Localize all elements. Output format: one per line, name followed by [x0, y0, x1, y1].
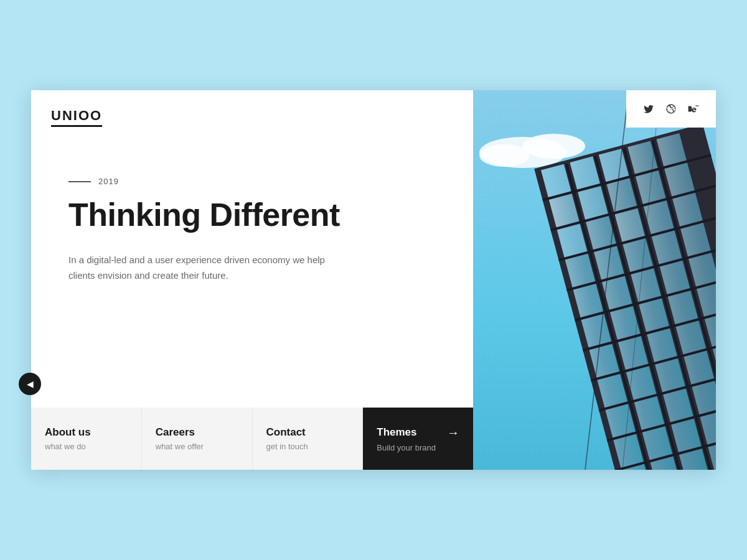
nav-item-about-sub: what we do — [45, 442, 128, 451]
nav-item-contact[interactable]: Contact get in touch — [253, 408, 364, 470]
back-button[interactable]: ◀ — [19, 373, 41, 395]
main-container: UNIOO 2019 Thinking Different In a digit… — [31, 90, 716, 470]
hero-title: Thinking Different — [68, 197, 448, 233]
right-panel — [473, 90, 716, 470]
hero-description: In a digital-led and a user experience d… — [68, 253, 342, 284]
nav-item-careers[interactable]: Careers what we offer — [142, 408, 253, 470]
year-dash — [68, 181, 91, 182]
year-line: 2019 — [68, 177, 448, 186]
nav-item-careers-title: Careers — [156, 426, 238, 439]
building-photo — [473, 90, 716, 470]
nav-item-about[interactable]: About us what we do — [31, 408, 142, 470]
svg-point-3 — [479, 144, 529, 167]
nav-item-careers-sub: what we offer — [156, 442, 238, 451]
behance-icon[interactable] — [682, 98, 705, 120]
nav-item-themes-sub: Build your brand — [377, 443, 459, 452]
hero-content: 2019 Thinking Different In a digital-led… — [31, 127, 473, 408]
year-text: 2019 — [98, 177, 119, 186]
left-panel: UNIOO 2019 Thinking Different In a digit… — [31, 90, 473, 470]
bottom-nav: About us what we do Careers what we offe… — [31, 408, 473, 470]
nav-item-themes[interactable]: Themes → Build your brand — [363, 408, 473, 470]
twitter-icon[interactable] — [637, 98, 660, 120]
themes-arrow: → — [447, 426, 459, 440]
nav-item-themes-title: Themes → — [377, 426, 459, 440]
nav-item-contact-title: Contact — [266, 426, 349, 439]
social-bar — [626, 90, 716, 128]
svg-point-2 — [523, 134, 585, 159]
header: UNIOO — [31, 90, 473, 127]
dribbble-icon[interactable] — [660, 98, 682, 120]
nav-item-about-title: About us — [45, 426, 128, 439]
nav-item-contact-sub: get in touch — [266, 442, 349, 451]
logo: UNIOO — [51, 108, 102, 127]
